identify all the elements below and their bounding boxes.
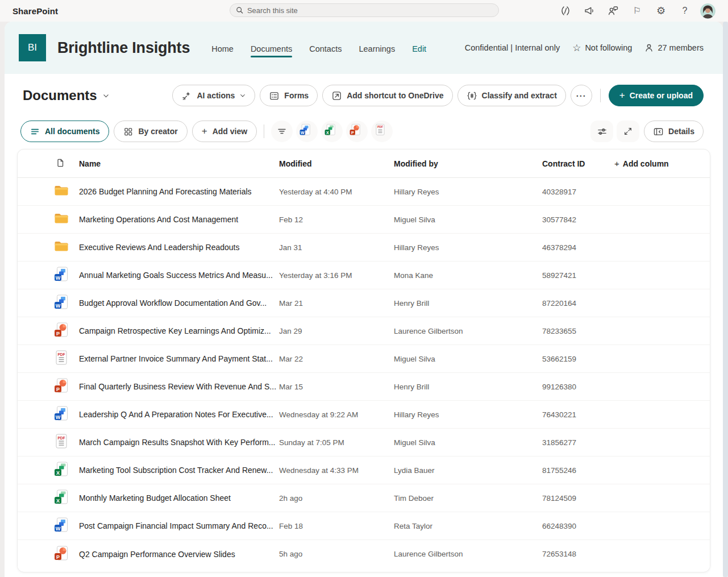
add-shortcut-onedrive-button[interactable]: Add shortcut to OneDrive xyxy=(322,85,452,106)
file-type-icon: W xyxy=(53,405,69,421)
table-row[interactable]: W Annual Marketing Goals Success Metrics… xyxy=(18,261,710,289)
column-header-modified-by[interactable]: Modified by xyxy=(394,159,542,168)
file-type-icon: P xyxy=(53,322,69,338)
svg-text:PDF: PDF xyxy=(58,352,65,356)
modified-date: Wednesday at 9:22 AM xyxy=(279,410,394,419)
document-name[interactable]: Marketing Tool Subscription Cost Tracker… xyxy=(79,466,279,475)
document-name[interactable]: External Partner Invoice Summary And Pay… xyxy=(79,354,279,363)
site-logo[interactable]: BI xyxy=(19,34,46,61)
table-row[interactable]: PDF External Partner Invoice Summary And… xyxy=(18,345,710,373)
megaphone-icon[interactable] xyxy=(581,2,598,19)
search-input[interactable] xyxy=(247,6,493,15)
folder-icon xyxy=(53,238,69,254)
table-header: Name Modified Modified by Contract ID + … xyxy=(18,150,710,178)
view-settings-icon[interactable] xyxy=(590,121,613,142)
column-header-name[interactable]: Name xyxy=(79,159,279,168)
classify-extract-button[interactable]: Classify and extract xyxy=(457,85,566,106)
modified-by: Henry Brill xyxy=(394,299,542,308)
document-name[interactable]: Annual Marketing Goals Success Metrics A… xyxy=(79,271,279,280)
pdf-file-icon: PDF xyxy=(374,123,386,136)
details-button[interactable]: Details xyxy=(644,121,704,142)
select-column-header[interactable] xyxy=(53,159,79,169)
document-name[interactable]: Q2 Campaign Performance Overview Slides xyxy=(79,550,279,559)
person-icon xyxy=(644,43,654,52)
modified-date: 2h ago xyxy=(279,494,394,503)
document-name[interactable]: Executive Reviews And Leadership Readout… xyxy=(79,243,279,252)
document-name[interactable]: Budget Approval Workflow Documentation A… xyxy=(79,298,279,308)
ai-actions-button[interactable]: AI actions xyxy=(172,85,255,106)
modified-date: Jan 31 xyxy=(279,243,394,252)
table-row[interactable]: W Budget Approval Workflow Documentation… xyxy=(18,289,710,317)
members-button[interactable]: 27 members xyxy=(644,43,704,52)
more-options-button[interactable]: ··· xyxy=(571,85,592,106)
table-row[interactable]: Marketing Operations And Cost Management… xyxy=(18,206,710,234)
column-header-contract-id[interactable]: Contract ID xyxy=(542,159,614,168)
document-name[interactable]: Marketing Operations And Cost Management xyxy=(79,215,279,224)
suite-bar: SharePoint xyxy=(0,0,728,22)
document-name[interactable]: 2026 Budget Planning And Forecasting Mat… xyxy=(79,187,279,196)
file-type-icon: PDF xyxy=(53,433,69,449)
help-icon[interactable]: ? xyxy=(676,2,693,19)
chevron-down-icon xyxy=(239,92,246,99)
document-name[interactable]: Leadership Q And A Preparation Notes For… xyxy=(79,410,279,419)
document-name[interactable]: Post Campaign Financial Impact Summary A… xyxy=(79,521,279,530)
contract-id: 76430221 xyxy=(542,410,614,419)
filter-word-files[interactable]: W xyxy=(296,121,318,142)
follow-button[interactable]: ☆ Not following xyxy=(572,43,632,53)
forms-button[interactable]: Forms xyxy=(260,85,318,106)
modified-date: 5h ago xyxy=(279,550,394,558)
table-row[interactable]: X Marketing Tool Subscription Cost Track… xyxy=(18,456,710,484)
document-name[interactable]: Campaign Retrospective Key Learnings And… xyxy=(79,326,279,335)
add-view-button[interactable]: + Add view xyxy=(192,121,257,142)
svg-text:P: P xyxy=(56,331,60,337)
filter-icon[interactable] xyxy=(271,121,293,142)
shortcut-arrow-icon xyxy=(331,90,342,101)
vertical-scrollbar[interactable] xyxy=(723,22,728,577)
contract-id: 72653148 xyxy=(542,550,614,558)
code-icon[interactable] xyxy=(557,2,574,19)
filter-pdf-files[interactable]: PDF xyxy=(371,121,393,142)
modified-date: Feb 12 xyxy=(279,215,394,224)
table-row[interactable]: P Q2 Campaign Performance Overview Slide… xyxy=(18,540,710,568)
table-row[interactable]: P Campaign Retrospective Key Learnings A… xyxy=(18,317,710,345)
column-header-modified[interactable]: Modified xyxy=(279,159,394,168)
feedback-icon[interactable] xyxy=(605,2,622,19)
modified-by: Reta Taylor xyxy=(394,522,542,530)
document-name[interactable]: March Campaign Results Snapshot With Key… xyxy=(79,438,279,447)
create-or-upload-button[interactable]: + Create or upload xyxy=(609,85,704,106)
file-type-icon: W xyxy=(53,266,69,282)
page-title[interactable]: Documents xyxy=(23,88,110,103)
modified-by: Miguel Silva xyxy=(394,355,542,363)
flag-icon[interactable]: ⚐ xyxy=(629,2,646,19)
table-row[interactable]: Executive Reviews And Leadership Readout… xyxy=(18,234,710,261)
nav-item-learnings[interactable]: Learnings xyxy=(359,44,395,57)
table-row[interactable]: W Leadership Q And A Preparation Notes F… xyxy=(18,401,710,429)
settings-icon[interactable]: ⚙ xyxy=(652,2,669,19)
nav-item-home[interactable]: Home xyxy=(211,44,234,57)
table-row[interactable]: PDF March Campaign Results Snapshot With… xyxy=(18,429,710,456)
nav-item-contacts[interactable]: Contacts xyxy=(309,44,342,57)
table-row[interactable]: W Post Campaign Financial Impact Summary… xyxy=(18,512,710,540)
filter-powerpoint-files[interactable]: P xyxy=(346,121,368,142)
site-search[interactable] xyxy=(230,3,499,17)
contract-id: 31856277 xyxy=(542,438,614,447)
table-row[interactable]: X Monthly Marketing Budget Allocation Sh… xyxy=(18,484,710,512)
filter-excel-files[interactable]: X xyxy=(321,121,343,142)
expand-icon[interactable] xyxy=(617,121,639,142)
table-row[interactable]: P Final Quarterly Business Review With R… xyxy=(18,373,710,401)
file-type-icon xyxy=(53,182,69,198)
add-column-button[interactable]: + Add column xyxy=(614,159,710,168)
file-type-icon xyxy=(53,210,69,226)
table-row[interactable]: 2026 Budget Planning And Forecasting Mat… xyxy=(18,178,710,206)
sharepoint-logo[interactable]: SharePoint xyxy=(13,6,58,16)
file-type-icon: PDF xyxy=(53,350,69,366)
user-avatar[interactable] xyxy=(700,3,715,19)
view-by-creator[interactable]: By creator xyxy=(114,121,187,142)
document-name[interactable]: Monthly Marketing Budget Allocation Shee… xyxy=(79,493,279,503)
plus-icon: + xyxy=(202,126,207,137)
view-all-documents[interactable]: All documents xyxy=(20,121,109,142)
nav-edit-link[interactable]: Edit xyxy=(412,44,426,57)
document-name[interactable]: Final Quarterly Business Review With Rev… xyxy=(79,382,279,391)
classify-icon xyxy=(467,90,477,101)
nav-item-documents[interactable]: Documents xyxy=(251,44,292,57)
